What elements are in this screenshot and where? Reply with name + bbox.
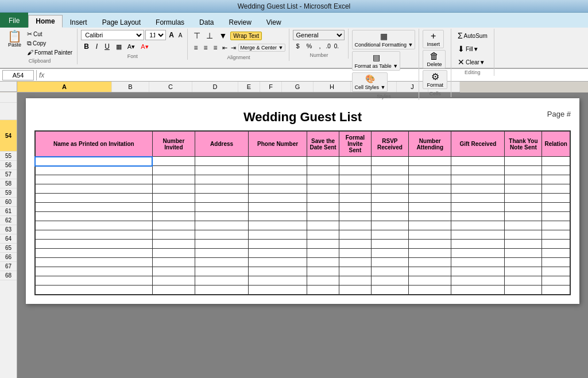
italic-button[interactable]: I <box>93 41 100 52</box>
table-cell[interactable] <box>339 212 372 221</box>
table-cell[interactable] <box>152 166 195 175</box>
table-cell[interactable] <box>35 157 152 166</box>
align-center-button[interactable]: ≡ <box>202 43 210 53</box>
table-cell[interactable] <box>542 221 570 230</box>
table-cell[interactable] <box>307 249 339 258</box>
copy-button[interactable]: ⧉ Copy <box>26 39 74 48</box>
table-row[interactable] <box>35 157 570 166</box>
conditional-formatting-button[interactable]: ▦ Conditional Formatting ▼ <box>352 30 415 49</box>
table-cell[interactable] <box>505 194 542 203</box>
table-cell[interactable] <box>505 286 542 295</box>
table-cell[interactable] <box>152 157 195 166</box>
table-cell[interactable] <box>195 286 249 295</box>
clear-button[interactable]: ✕ Clear▼ <box>455 56 488 68</box>
table-row[interactable] <box>35 175 570 184</box>
table-cell[interactable] <box>339 157 372 166</box>
percent-button[interactable]: % <box>304 41 315 51</box>
table-cell[interactable] <box>195 175 249 184</box>
table-cell[interactable] <box>152 249 195 258</box>
table-row[interactable] <box>35 194 570 203</box>
table-cell[interactable] <box>339 286 372 295</box>
table-cell[interactable] <box>249 230 307 240</box>
table-cell[interactable] <box>307 221 339 230</box>
table-cell[interactable] <box>249 240 307 249</box>
table-cell[interactable] <box>35 175 152 184</box>
table-cell[interactable] <box>195 212 249 221</box>
table-cell[interactable] <box>408 212 451 221</box>
table-cell[interactable] <box>152 184 195 194</box>
table-cell[interactable] <box>339 267 372 276</box>
table-cell[interactable] <box>195 258 249 267</box>
table-cell[interactable] <box>307 286 339 295</box>
table-cell[interactable] <box>451 184 505 194</box>
table-cell[interactable] <box>307 212 339 221</box>
table-cell[interactable] <box>542 166 570 175</box>
table-cell[interactable] <box>249 276 307 286</box>
table-cell[interactable] <box>307 258 339 267</box>
table-cell[interactable] <box>152 194 195 203</box>
col-f[interactable]: F <box>260 82 282 92</box>
table-cell[interactable] <box>542 267 570 276</box>
table-cell[interactable] <box>195 276 249 286</box>
table-cell[interactable] <box>505 157 542 166</box>
table-cell[interactable] <box>195 230 249 240</box>
table-cell[interactable] <box>408 230 451 240</box>
table-cell[interactable] <box>307 194 339 203</box>
col-c[interactable]: C <box>149 82 192 92</box>
number-format-select[interactable]: General <box>293 30 345 40</box>
cell-styles-button[interactable]: 🎨 Cell Styles ▼ <box>352 72 388 92</box>
table-cell[interactable] <box>408 249 451 258</box>
col-h[interactable]: H <box>314 82 351 92</box>
table-cell[interactable] <box>35 184 152 194</box>
table-cell[interactable] <box>451 203 505 212</box>
align-bottom-button[interactable]: ▼ <box>216 30 229 41</box>
table-cell[interactable] <box>35 240 152 249</box>
table-cell[interactable] <box>339 194 372 203</box>
table-cell[interactable] <box>408 221 451 230</box>
table-cell[interactable] <box>451 166 505 175</box>
table-cell[interactable] <box>249 286 307 295</box>
table-cell[interactable] <box>339 221 372 230</box>
table-cell[interactable] <box>152 258 195 267</box>
table-cell[interactable] <box>249 267 307 276</box>
table-cell[interactable] <box>249 258 307 267</box>
table-cell[interactable] <box>152 230 195 240</box>
table-cell[interactable] <box>408 175 451 184</box>
table-cell[interactable] <box>307 175 339 184</box>
table-cell[interactable] <box>339 249 372 258</box>
align-middle-button[interactable]: ⊥ <box>204 30 215 41</box>
bold-button[interactable]: B <box>81 41 92 52</box>
table-cell[interactable] <box>35 258 152 267</box>
table-cell[interactable] <box>542 240 570 249</box>
table-cell[interactable] <box>542 230 570 240</box>
tab-view[interactable]: View <box>259 16 289 28</box>
indent-increase-button[interactable]: ⇥ <box>230 44 237 52</box>
table-cell[interactable] <box>451 249 505 258</box>
format-button[interactable]: ⚙ Format <box>423 70 447 89</box>
table-cell[interactable] <box>451 221 505 230</box>
table-cell[interactable] <box>35 267 152 276</box>
table-cell[interactable] <box>195 184 249 194</box>
table-cell[interactable] <box>542 184 570 194</box>
table-cell[interactable] <box>339 203 372 212</box>
table-cell[interactable] <box>35 194 152 203</box>
tab-data[interactable]: Data <box>192 16 221 28</box>
table-cell[interactable] <box>371 240 408 249</box>
delete-button[interactable]: 🗑 Delete <box>423 50 446 68</box>
table-cell[interactable] <box>371 267 408 276</box>
table-cell[interactable] <box>542 212 570 221</box>
table-cell[interactable] <box>195 267 249 276</box>
tab-review[interactable]: Review <box>221 16 258 28</box>
table-cell[interactable] <box>339 240 372 249</box>
comma-button[interactable]: , <box>316 41 323 51</box>
decimal-increase-button[interactable]: .0 <box>324 43 331 50</box>
underline-button[interactable]: U <box>102 41 113 52</box>
table-cell[interactable] <box>249 203 307 212</box>
table-cell[interactable] <box>371 203 408 212</box>
table-cell[interactable] <box>505 267 542 276</box>
table-cell[interactable] <box>371 166 408 175</box>
table-cell[interactable] <box>152 203 195 212</box>
table-cell[interactable] <box>451 267 505 276</box>
tab-page-layout[interactable]: Page Layout <box>95 16 148 28</box>
table-cell[interactable] <box>542 194 570 203</box>
